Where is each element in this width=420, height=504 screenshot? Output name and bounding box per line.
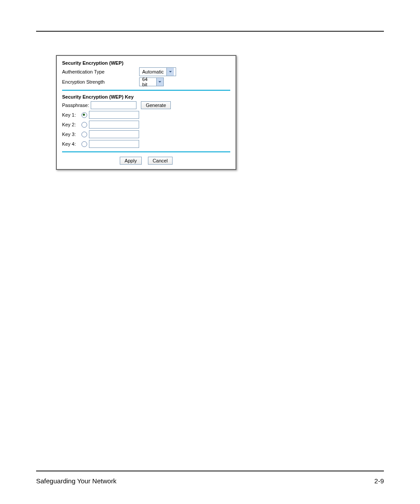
section-divider bbox=[62, 151, 230, 152]
action-row: Apply Cancel bbox=[62, 157, 230, 165]
section-divider bbox=[62, 90, 230, 91]
chevron-down-icon bbox=[166, 68, 174, 76]
key-label: Key 3: bbox=[62, 132, 81, 137]
section-title-wep: Security Encryption (WEP) bbox=[62, 60, 230, 66]
enc-strength-value: 64 bit bbox=[140, 77, 156, 87]
auth-type-select[interactable]: Automatic bbox=[139, 67, 176, 76]
key-radio[interactable] bbox=[81, 141, 87, 147]
passphrase-input[interactable] bbox=[91, 101, 136, 109]
top-rule bbox=[36, 31, 384, 32]
key-radio[interactable] bbox=[81, 132, 87, 137]
enc-strength-select[interactable]: 64 bit bbox=[139, 77, 164, 86]
key-row: Key 2: bbox=[62, 121, 230, 129]
key-label: Key 1: bbox=[62, 112, 81, 118]
key-label: Key 4: bbox=[62, 141, 81, 147]
page-footer: Safeguarding Your Network 2-9 bbox=[36, 477, 384, 485]
key-input[interactable] bbox=[89, 130, 139, 138]
cancel-button[interactable]: Cancel bbox=[148, 157, 173, 165]
key-row: Key 4: bbox=[62, 140, 230, 148]
apply-button[interactable]: Apply bbox=[120, 157, 142, 165]
passphrase-row: Passphrase: Generate bbox=[62, 101, 230, 109]
auth-type-label: Authentication Type bbox=[62, 69, 139, 74]
enc-strength-row: Encryption Strength 64 bit bbox=[62, 77, 230, 86]
key-radio[interactable] bbox=[81, 122, 87, 128]
enc-strength-label: Encryption Strength bbox=[62, 79, 139, 85]
bottom-rule bbox=[36, 471, 384, 471]
footer-left: Safeguarding Your Network bbox=[36, 477, 117, 485]
generate-button[interactable]: Generate bbox=[141, 101, 171, 109]
key-label: Key 2: bbox=[62, 122, 81, 127]
passphrase-label: Passphrase: bbox=[62, 103, 89, 108]
key-input[interactable] bbox=[89, 140, 139, 148]
footer-right: 2-9 bbox=[374, 477, 384, 485]
chevron-down-icon bbox=[156, 78, 163, 86]
auth-type-value: Automatic bbox=[140, 69, 166, 74]
key-radio[interactable] bbox=[81, 112, 87, 118]
wep-settings-panel: Security Encryption (WEP) Authentication… bbox=[56, 55, 236, 170]
key-row: Key 1: bbox=[62, 111, 230, 119]
key-row: Key 3: bbox=[62, 130, 230, 138]
key-input[interactable] bbox=[89, 121, 139, 129]
auth-type-row: Authentication Type Automatic bbox=[62, 67, 230, 76]
section-title-wep-key: Security Encryption (WEP) Key bbox=[62, 94, 230, 99]
key-input[interactable] bbox=[89, 111, 139, 119]
